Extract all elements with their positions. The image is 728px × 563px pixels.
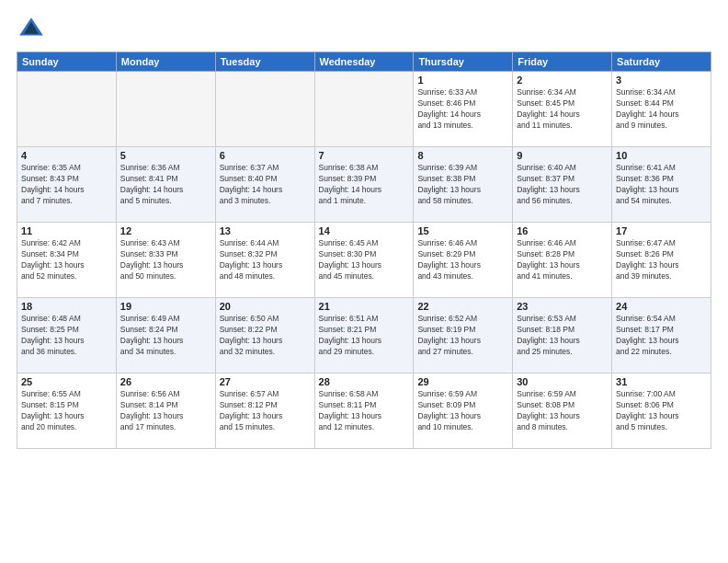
page: SundayMondayTuesdayWednesdayThursdayFrid… xyxy=(0,0,728,563)
calendar-cell: 10Sunrise: 6:41 AM Sunset: 8:36 PM Dayli… xyxy=(612,147,711,223)
calendar-week-row-4: 18Sunrise: 6:48 AM Sunset: 8:25 PM Dayli… xyxy=(17,298,711,373)
calendar-cell: 15Sunrise: 6:46 AM Sunset: 8:29 PM Dayli… xyxy=(414,223,513,298)
day-number: 25 xyxy=(21,376,112,387)
day-info: Sunrise: 6:41 AM Sunset: 8:36 PM Dayligh… xyxy=(616,163,707,207)
weekday-header-saturday: Saturday xyxy=(612,52,711,72)
day-number: 21 xyxy=(319,301,410,312)
day-number: 11 xyxy=(21,225,112,236)
calendar-cell: 26Sunrise: 6:56 AM Sunset: 8:14 PM Dayli… xyxy=(116,373,215,449)
day-info: Sunrise: 6:48 AM Sunset: 8:25 PM Dayligh… xyxy=(21,314,112,358)
day-info: Sunrise: 6:58 AM Sunset: 8:11 PM Dayligh… xyxy=(319,389,410,433)
calendar-cell: 7Sunrise: 6:38 AM Sunset: 8:39 PM Daylig… xyxy=(314,147,414,223)
calendar-cell: 9Sunrise: 6:40 AM Sunset: 8:37 PM Daylig… xyxy=(513,147,612,223)
day-info: Sunrise: 6:59 AM Sunset: 8:09 PM Dayligh… xyxy=(417,389,508,433)
calendar-cell: 31Sunrise: 7:00 AM Sunset: 8:06 PM Dayli… xyxy=(612,373,711,449)
calendar-cell: 8Sunrise: 6:39 AM Sunset: 8:38 PM Daylig… xyxy=(414,147,513,223)
logo-icon xyxy=(17,15,46,44)
day-number: 16 xyxy=(517,225,608,236)
day-number: 18 xyxy=(21,301,112,312)
weekday-header-thursday: Thursday xyxy=(414,52,513,72)
day-info: Sunrise: 6:34 AM Sunset: 8:45 PM Dayligh… xyxy=(517,87,608,132)
calendar-cell: 20Sunrise: 6:50 AM Sunset: 8:22 PM Dayli… xyxy=(215,298,314,373)
day-number: 31 xyxy=(616,376,707,387)
day-info: Sunrise: 6:39 AM Sunset: 8:38 PM Dayligh… xyxy=(417,163,508,207)
calendar-cell: 17Sunrise: 6:47 AM Sunset: 8:26 PM Dayli… xyxy=(612,223,711,298)
day-number: 27 xyxy=(220,376,311,387)
calendar-cell: 13Sunrise: 6:44 AM Sunset: 8:32 PM Dayli… xyxy=(215,223,314,298)
weekday-header-wednesday: Wednesday xyxy=(314,52,414,72)
weekday-header-tuesday: Tuesday xyxy=(215,52,314,72)
day-info: Sunrise: 6:38 AM Sunset: 8:39 PM Dayligh… xyxy=(319,163,410,207)
day-number: 19 xyxy=(120,301,211,312)
calendar-cell: 3Sunrise: 6:34 AM Sunset: 8:44 PM Daylig… xyxy=(612,72,711,147)
calendar-table: SundayMondayTuesdayWednesdayThursdayFrid… xyxy=(17,52,711,449)
calendar-cell: 21Sunrise: 6:51 AM Sunset: 8:21 PM Dayli… xyxy=(314,298,414,373)
calendar-cell: 18Sunrise: 6:48 AM Sunset: 8:25 PM Dayli… xyxy=(17,298,117,373)
day-info: Sunrise: 6:37 AM Sunset: 8:40 PM Dayligh… xyxy=(220,163,311,207)
day-info: Sunrise: 6:40 AM Sunset: 8:37 PM Dayligh… xyxy=(517,163,608,207)
calendar-cell: 23Sunrise: 6:53 AM Sunset: 8:18 PM Dayli… xyxy=(513,298,612,373)
day-info: Sunrise: 6:54 AM Sunset: 8:17 PM Dayligh… xyxy=(616,314,707,358)
day-number: 4 xyxy=(21,150,112,161)
calendar-cell: 24Sunrise: 6:54 AM Sunset: 8:17 PM Dayli… xyxy=(612,298,711,373)
day-number: 8 xyxy=(417,150,508,161)
day-info: Sunrise: 6:56 AM Sunset: 8:14 PM Dayligh… xyxy=(120,389,211,433)
day-info: Sunrise: 6:46 AM Sunset: 8:29 PM Dayligh… xyxy=(417,238,508,282)
day-info: Sunrise: 6:33 AM Sunset: 8:46 PM Dayligh… xyxy=(417,87,508,132)
calendar-cell: 22Sunrise: 6:52 AM Sunset: 8:19 PM Dayli… xyxy=(414,298,513,373)
day-number: 29 xyxy=(417,376,508,387)
weekday-header-monday: Monday xyxy=(116,52,215,72)
day-number: 10 xyxy=(616,150,707,161)
day-info: Sunrise: 6:34 AM Sunset: 8:44 PM Dayligh… xyxy=(616,87,707,132)
logo xyxy=(17,15,50,44)
day-number: 28 xyxy=(319,376,410,387)
day-number: 12 xyxy=(120,225,211,236)
day-number: 13 xyxy=(220,225,311,236)
day-info: Sunrise: 6:44 AM Sunset: 8:32 PM Dayligh… xyxy=(220,238,311,282)
weekday-header-row: SundayMondayTuesdayWednesdayThursdayFrid… xyxy=(17,52,711,72)
calendar-cell xyxy=(314,72,414,147)
day-info: Sunrise: 6:50 AM Sunset: 8:22 PM Dayligh… xyxy=(220,314,311,358)
day-number: 17 xyxy=(616,225,707,236)
day-info: Sunrise: 6:36 AM Sunset: 8:41 PM Dayligh… xyxy=(120,163,211,207)
calendar-week-row-2: 4Sunrise: 6:35 AM Sunset: 8:43 PM Daylig… xyxy=(17,147,711,223)
day-info: Sunrise: 6:49 AM Sunset: 8:24 PM Dayligh… xyxy=(120,314,211,358)
day-number: 24 xyxy=(616,301,707,312)
day-info: Sunrise: 7:00 AM Sunset: 8:06 PM Dayligh… xyxy=(616,389,707,433)
calendar-cell: 16Sunrise: 6:46 AM Sunset: 8:28 PM Dayli… xyxy=(513,223,612,298)
day-info: Sunrise: 6:52 AM Sunset: 8:19 PM Dayligh… xyxy=(417,314,508,358)
day-number: 7 xyxy=(319,150,410,161)
day-info: Sunrise: 6:42 AM Sunset: 8:34 PM Dayligh… xyxy=(21,238,112,282)
header xyxy=(17,15,711,44)
day-info: Sunrise: 6:57 AM Sunset: 8:12 PM Dayligh… xyxy=(220,389,311,433)
day-info: Sunrise: 6:47 AM Sunset: 8:26 PM Dayligh… xyxy=(616,238,707,282)
calendar-cell: 4Sunrise: 6:35 AM Sunset: 8:43 PM Daylig… xyxy=(17,147,117,223)
calendar-cell: 29Sunrise: 6:59 AM Sunset: 8:09 PM Dayli… xyxy=(414,373,513,449)
calendar-cell: 11Sunrise: 6:42 AM Sunset: 8:34 PM Dayli… xyxy=(17,223,117,298)
calendar-week-row-3: 11Sunrise: 6:42 AM Sunset: 8:34 PM Dayli… xyxy=(17,223,711,298)
calendar-cell xyxy=(116,72,215,147)
day-info: Sunrise: 6:46 AM Sunset: 8:28 PM Dayligh… xyxy=(517,238,608,282)
day-number: 26 xyxy=(120,376,211,387)
day-info: Sunrise: 6:59 AM Sunset: 8:08 PM Dayligh… xyxy=(517,389,608,433)
calendar-cell: 1Sunrise: 6:33 AM Sunset: 8:46 PM Daylig… xyxy=(414,72,513,147)
calendar-cell: 25Sunrise: 6:55 AM Sunset: 8:15 PM Dayli… xyxy=(17,373,117,449)
day-info: Sunrise: 6:53 AM Sunset: 8:18 PM Dayligh… xyxy=(517,314,608,358)
day-number: 5 xyxy=(120,150,211,161)
calendar-cell: 5Sunrise: 6:36 AM Sunset: 8:41 PM Daylig… xyxy=(116,147,215,223)
calendar-cell xyxy=(17,72,117,147)
calendar-cell: 28Sunrise: 6:58 AM Sunset: 8:11 PM Dayli… xyxy=(314,373,414,449)
day-number: 6 xyxy=(220,150,311,161)
day-number: 14 xyxy=(319,225,410,236)
day-number: 15 xyxy=(417,225,508,236)
day-info: Sunrise: 6:35 AM Sunset: 8:43 PM Dayligh… xyxy=(21,163,112,207)
day-number: 3 xyxy=(616,75,707,86)
calendar-cell: 27Sunrise: 6:57 AM Sunset: 8:12 PM Dayli… xyxy=(215,373,314,449)
weekday-header-friday: Friday xyxy=(513,52,612,72)
calendar-cell: 30Sunrise: 6:59 AM Sunset: 8:08 PM Dayli… xyxy=(513,373,612,449)
day-info: Sunrise: 6:55 AM Sunset: 8:15 PM Dayligh… xyxy=(21,389,112,433)
day-number: 2 xyxy=(517,75,608,86)
day-info: Sunrise: 6:51 AM Sunset: 8:21 PM Dayligh… xyxy=(319,314,410,358)
day-info: Sunrise: 6:43 AM Sunset: 8:33 PM Dayligh… xyxy=(120,238,211,282)
day-number: 9 xyxy=(517,150,608,161)
